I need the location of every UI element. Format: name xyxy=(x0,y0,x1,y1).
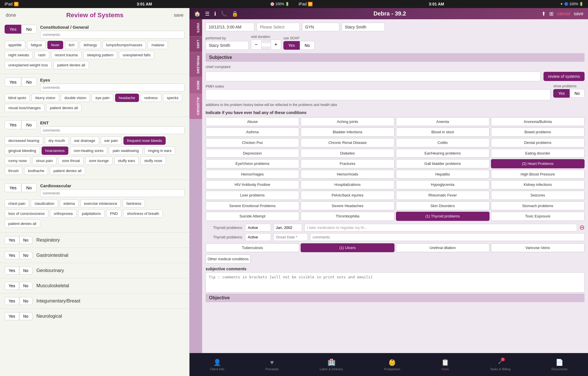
condition-colitis[interactable]: Colitis xyxy=(396,138,490,147)
condition-ulcers[interactable]: (1) Ulcers xyxy=(301,243,394,252)
other-conditions-btn[interactable]: Other medical conditions xyxy=(206,254,251,264)
symptom-patient-denies-ent[interactable]: patient denies all xyxy=(50,167,85,175)
constitutional-yes-btn[interactable]: Yes xyxy=(5,25,21,34)
condition-suicide[interactable]: Suicide Attempt xyxy=(206,212,299,221)
condition-hospitalizations[interactable]: Hospitalizations xyxy=(301,180,394,189)
symptom-lumps[interactable]: lumps/bumps/masses xyxy=(102,41,146,49)
symptom-headache[interactable]: headache xyxy=(115,94,139,102)
condition-pelvic[interactable]: Pelvic/back injuries xyxy=(301,191,394,200)
ent-yes-btn[interactable]: Yes xyxy=(5,120,21,129)
done-button[interactable]: done xyxy=(6,13,16,18)
eyes-yes-btn[interactable]: Yes xyxy=(5,78,21,86)
symptom-gingival-bleeding[interactable]: gingival bleeding xyxy=(5,146,40,155)
symptom-lethargy[interactable]: lethargy xyxy=(80,41,100,49)
duration-plus-btn[interactable]: + xyxy=(271,40,281,49)
symptom-frequent-nose-bleeds[interactable]: frequent nose bleeds xyxy=(123,136,166,145)
cardio-yes-btn[interactable]: Yes xyxy=(5,183,21,192)
symptom-sinus-pain[interactable]: sinus pain xyxy=(32,157,57,165)
save-button-left[interactable]: save xyxy=(174,13,183,18)
neuro-yes-btn[interactable]: Yes xyxy=(5,312,19,320)
condition-hemorrhages[interactable]: Hemorrhages xyxy=(206,170,299,179)
symptom-toothache[interactable]: toothache xyxy=(24,167,48,175)
thyroid-date-1[interactable] xyxy=(273,224,302,232)
condition-thrombophilia[interactable]: Thrombophilia xyxy=(301,212,394,221)
condition-skin[interactable]: Skin Disorders xyxy=(396,201,490,211)
condition-fractures[interactable]: Fractures xyxy=(301,159,394,168)
neuro-no-btn[interactable]: No xyxy=(19,312,32,320)
eyes-no-btn[interactable]: No xyxy=(21,78,36,86)
nav-postpartum[interactable]: 👶 Postpartum xyxy=(384,359,400,371)
grid-icon[interactable]: ⊞ xyxy=(549,11,554,17)
condition-urethral[interactable]: Urethral dilation xyxy=(396,243,490,252)
tab-labs[interactable]: LABS xyxy=(189,36,202,52)
pmh-notes-input[interactable] xyxy=(206,89,550,100)
condition-hypoglycemia[interactable]: Hypoglycemia xyxy=(396,180,490,189)
condition-ear-hearing[interactable]: Ear/Hearing problems xyxy=(396,149,490,158)
symptom-edema[interactable]: edema xyxy=(60,199,79,208)
cardio-comments[interactable] xyxy=(40,189,185,197)
thyroid-remove-btn-1[interactable]: ⊖ xyxy=(579,224,585,231)
tab-visits[interactable]: VISITS xyxy=(189,19,202,36)
condition-gall-bladder[interactable]: Gall bladder problems xyxy=(396,159,490,168)
symptom-hoarseness[interactable]: hoarseness xyxy=(42,146,68,155)
condition-bowel[interactable]: Bowel problems xyxy=(491,128,585,137)
condition-toxic[interactable]: Toxic Exposure xyxy=(491,212,585,221)
integ-yes-btn[interactable]: Yes xyxy=(5,297,19,305)
share-icon[interactable]: ⬆ xyxy=(541,11,546,17)
condition-seizures[interactable]: Seizures xyxy=(491,191,585,200)
symptom-fatigue[interactable]: fatigue xyxy=(27,41,46,49)
symptom-pnd[interactable]: PND xyxy=(106,209,121,218)
visit-provider-input[interactable] xyxy=(342,23,385,31)
symptom-pain-swallowing[interactable]: pain swallowing xyxy=(109,146,142,155)
ent-comments[interactable] xyxy=(40,126,185,134)
integ-no-btn[interactable]: No xyxy=(19,297,32,305)
symptom-orthopnoea[interactable]: orthopnoea xyxy=(50,209,76,218)
condition-thyroid[interactable]: (1) Thyroid problems xyxy=(396,212,490,221)
symptom-chest-pain[interactable]: chest pain xyxy=(5,199,29,208)
show-problems-no-btn[interactable]: No xyxy=(570,89,585,98)
save-button-right[interactable]: save xyxy=(574,11,583,16)
condition-kidney[interactable]: Kidney infections xyxy=(491,180,585,189)
condition-asthma[interactable]: Asthma xyxy=(206,128,299,137)
menu-icon[interactable]: ☰ xyxy=(205,11,210,17)
symptom-thrush[interactable]: thrush xyxy=(5,167,22,175)
nav-documents[interactable]: 📄 Documents xyxy=(552,359,568,371)
home-icon[interactable]: 🏠 xyxy=(194,11,200,17)
genit-no-btn[interactable]: No xyxy=(19,267,32,275)
symptom-blurry[interactable]: blurry vision xyxy=(32,94,59,102)
symptom-stuffy-nose[interactable]: stuffy nose xyxy=(140,157,166,165)
cardio-no-btn[interactable]: No xyxy=(21,183,36,192)
symptom-patient-denies-cardio[interactable]: patient denies all xyxy=(5,219,40,228)
symptom-eye-pain[interactable]: eye pain xyxy=(92,94,113,102)
soap-yes-btn[interactable]: Yes xyxy=(283,41,300,50)
condition-liver[interactable]: Liver problems xyxy=(206,191,299,200)
symptom-ear-pain[interactable]: ear pain xyxy=(101,136,122,145)
symptom-recent-trauma[interactable]: recent trauma xyxy=(51,51,82,59)
symptom-sore-tounge[interactable]: sore tounge xyxy=(85,157,113,165)
symptom-blind-spots[interactable]: blind spots xyxy=(5,94,30,102)
visit-type-input[interactable] xyxy=(257,23,300,31)
symptom-patient-denies-const[interactable]: patient denies all xyxy=(53,61,89,69)
visit-date-input[interactable] xyxy=(206,23,254,31)
symptom-non-healing-sores[interactable]: non-healing sores xyxy=(70,146,107,155)
genit-yes-btn[interactable]: Yes xyxy=(5,267,19,275)
ros-button[interactable]: review of systems xyxy=(543,72,585,81)
phone-icon[interactable]: 📞 xyxy=(221,11,227,17)
condition-diabetes[interactable]: Diabetes xyxy=(301,149,394,158)
eyes-comments[interactable] xyxy=(40,84,185,91)
symptom-unexplained-falls[interactable]: unexplained falls xyxy=(119,51,154,59)
symptom-decreased-hearing[interactable]: decreased hearing xyxy=(5,136,43,145)
symptom-sob[interactable]: shortness of breath xyxy=(123,209,163,218)
performed-by-input[interactable] xyxy=(206,41,249,50)
symptom-itch[interactable]: itch xyxy=(65,41,78,49)
nav-prenatals[interactable]: ♥ Prenatals xyxy=(265,359,278,371)
condition-hiv[interactable]: HIV Antibody Positive xyxy=(206,180,299,189)
condition-hepatitis[interactable]: Hepatitis xyxy=(396,170,490,179)
condition-chicken-pox[interactable]: Chicken Pox xyxy=(206,138,299,147)
show-problems-yes-btn[interactable]: Yes xyxy=(553,89,570,98)
gastro-no-btn[interactable]: No xyxy=(19,251,32,259)
thyroid-comments-2[interactable] xyxy=(310,233,585,241)
symptom-faintness[interactable]: faintness xyxy=(123,199,145,208)
condition-rheumatic[interactable]: Rheumatic Fever xyxy=(396,191,490,200)
nav-tasks[interactable]: ✓ 0 Tasks & Billing xyxy=(490,359,510,371)
